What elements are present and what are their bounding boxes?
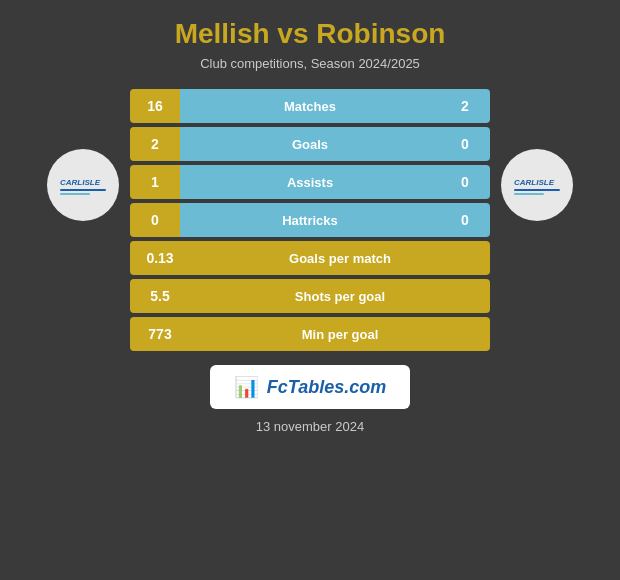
stat-row-shots-per-goal: 5.5 Shots per goal <box>130 279 490 313</box>
stat-label-hattricks: Hattricks <box>180 203 440 237</box>
page-title: Mellish vs Robinson <box>175 18 446 50</box>
stat-label-shots-per-goal: Shots per goal <box>190 279 490 313</box>
stat-left-min-per-goal: 773 <box>130 317 190 351</box>
stat-row-assists: 1 Assists 0 <box>130 165 490 199</box>
fctables-brand: 📊 FcTables.com <box>210 365 410 409</box>
svg-rect-1 <box>60 189 106 191</box>
stat-right-hattricks: 0 <box>440 203 490 237</box>
right-club-logo: CARLISLE <box>501 149 573 221</box>
fctables-icon: 📊 <box>234 375 259 399</box>
svg-rect-4 <box>514 189 560 191</box>
subtitle: Club competitions, Season 2024/2025 <box>200 56 420 71</box>
left-club-logo: CARLISLE <box>47 149 119 221</box>
left-logo-area: CARLISLE <box>38 89 128 221</box>
stat-left-goals: 2 <box>130 127 180 161</box>
stat-left-matches: 16 <box>130 89 180 123</box>
stat-row-min-per-goal: 773 Min per goal <box>130 317 490 351</box>
stat-left-hattricks: 0 <box>130 203 180 237</box>
stat-row-hattricks: 0 Hattricks 0 <box>130 203 490 237</box>
stat-left-assists: 1 <box>130 165 180 199</box>
svg-rect-2 <box>60 193 90 195</box>
stat-row-matches: 16 Matches 2 <box>130 89 490 123</box>
right-logo-area: CARLISLE <box>492 89 582 221</box>
stat-right-goals: 0 <box>440 127 490 161</box>
stats-area: 16 Matches 2 2 Goals 0 1 Assists 0 0 Hat… <box>130 89 490 351</box>
stat-label-assists: Assists <box>180 165 440 199</box>
page-container: Mellish vs Robinson Club competitions, S… <box>0 0 620 580</box>
date-label: 13 november 2024 <box>256 419 364 434</box>
stat-label-goals-per-match: Goals per match <box>190 241 490 275</box>
stat-right-matches: 2 <box>440 89 490 123</box>
stat-row-goals: 2 Goals 0 <box>130 127 490 161</box>
stat-row-goals-per-match: 0.13 Goals per match <box>130 241 490 275</box>
svg-text:CARLISLE: CARLISLE <box>514 178 555 187</box>
stat-label-goals: Goals <box>180 127 440 161</box>
fctables-label: FcTables.com <box>267 377 386 398</box>
stat-label-matches: Matches <box>180 89 440 123</box>
svg-text:CARLISLE: CARLISLE <box>60 178 101 187</box>
svg-rect-5 <box>514 193 544 195</box>
stat-label-min-per-goal: Min per goal <box>190 317 490 351</box>
stat-left-goals-per-match: 0.13 <box>130 241 190 275</box>
stat-right-assists: 0 <box>440 165 490 199</box>
stat-left-shots-per-goal: 5.5 <box>130 279 190 313</box>
